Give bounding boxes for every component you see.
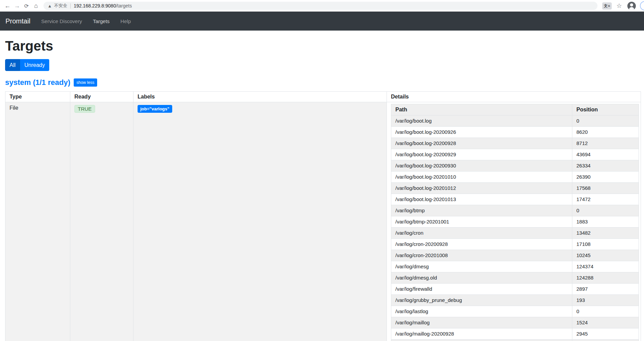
target-labels-cell: job="varlogs" [133, 102, 387, 341]
path-cell: /var/log/firewalld [391, 284, 572, 295]
details-row: /var/log/firewalld2897 [391, 284, 639, 295]
job-section-title: system (1/1 ready) [5, 78, 70, 87]
brand-promtail[interactable]: Promtail [5, 17, 30, 25]
job-label-badge: job="varlogs" [138, 105, 172, 113]
show-less-button[interactable]: show less [74, 78, 97, 87]
position-cell: 124288 [572, 272, 639, 284]
details-row: /var/log/grubby_prune_debug193 [391, 295, 639, 306]
url-path: /targets [116, 3, 132, 8]
back-icon[interactable]: ← [3, 1, 12, 11]
position-cell: 2945 [572, 328, 639, 340]
details-row: /var/log/boot.log-2020101026390 [391, 172, 639, 183]
col-header-details: Details [387, 92, 641, 102]
url-text: 192.168.229.8:9080/targets [74, 3, 132, 8]
position-cell [572, 340, 639, 341]
position-cell: 124374 [572, 261, 639, 272]
url-host: 192.168.229.8:9080 [74, 3, 116, 8]
path-cell: /var/log/btmp-20201001 [391, 216, 572, 228]
job-section-header: system (1/1 ready) show less [5, 78, 639, 87]
profile-ring-icon[interactable] [640, 1, 644, 11]
details-row: /var/log/boot.log-2020093026334 [391, 160, 639, 172]
not-secure-warning-icon: ▲ [48, 3, 52, 8]
target-details-cell: Path Position /var/log/boot.log0/var/log… [387, 102, 641, 341]
details-row-partial [391, 340, 639, 341]
details-header-row: Path Position [391, 104, 639, 115]
app-navbar: Promtail Service Discovery Targets Help [0, 12, 644, 31]
details-row: /var/log/dmesg124374 [391, 261, 639, 272]
details-row: /var/log/boot.log-2020101317472 [391, 194, 639, 205]
translate-icon[interactable]: 文G [602, 2, 612, 10]
page-content: Targets All Unready system (1/1 ready) s… [0, 38, 644, 341]
path-cell: /var/log/boot.log-20200929 [391, 149, 572, 160]
col-header-path: Path [391, 104, 572, 115]
path-cell: /var/log/boot.log-20201012 [391, 183, 572, 194]
path-cell: /var/log/dmesg.old [391, 272, 572, 284]
details-row: /var/log/maillog1524 [391, 317, 639, 328]
browser-toolbar: ← → ⟳ ⌂ ▲ 不安全 192.168.229.8:9080/targets… [0, 0, 644, 12]
details-row: /var/log/boot.log-202009268620 [391, 127, 639, 138]
profile-avatar-icon[interactable] [627, 2, 636, 10]
path-cell: /var/log/boot.log-20200928 [391, 138, 572, 149]
nav-link-targets[interactable]: Targets [87, 16, 115, 27]
address-bar[interactable]: ▲ 不安全 192.168.229.8:9080/targets [43, 2, 597, 10]
ready-status-badge: TRUE [74, 105, 95, 113]
position-cell: 1524 [572, 317, 639, 328]
filter-all-button[interactable]: All [5, 59, 20, 71]
details-row: /var/log/btmp-202010011883 [391, 216, 639, 228]
path-cell: /var/log/boot.log-20200926 [391, 127, 572, 138]
path-cell: /var/log/grubby_prune_debug [391, 295, 572, 306]
filter-button-group: All Unready [5, 59, 49, 71]
path-cell: /var/log/lastlog [391, 306, 572, 317]
details-row: /var/log/boot.log0 [391, 115, 639, 127]
col-header-ready: Ready [70, 92, 133, 102]
target-row: File TRUE job="varlogs" Path [5, 102, 641, 341]
nav-link-help[interactable]: Help [115, 16, 137, 27]
path-cell: /var/log/boot.log-20200930 [391, 160, 572, 172]
reload-icon[interactable]: ⟳ [22, 1, 31, 11]
position-cell: 1883 [572, 216, 639, 228]
position-cell: 13482 [572, 228, 639, 239]
path-cell: /var/log/cron-20200928 [391, 239, 572, 250]
security-label[interactable]: 不安全 [54, 3, 67, 9]
bookmark-star-icon[interactable]: ☆ [616, 2, 622, 10]
details-row: /var/log/cron13482 [391, 228, 639, 239]
details-row: /var/log/maillog-202009282945 [391, 328, 639, 340]
path-cell [391, 340, 572, 341]
position-cell: 26334 [572, 160, 639, 172]
path-cell: /var/log/dmesg [391, 261, 572, 272]
avatar-head [630, 3, 633, 6]
page-title: Targets [5, 38, 639, 54]
path-cell: /var/log/maillog [391, 317, 572, 328]
omnibox-divider [70, 3, 71, 8]
forward-icon[interactable]: → [12, 1, 22, 11]
targets-table-header-row: Type Ready Labels Details [5, 92, 641, 102]
home-icon[interactable]: ⌂ [31, 1, 41, 11]
position-cell: 17108 [572, 239, 639, 250]
path-cell: /var/log/boot.log-20201010 [391, 172, 572, 183]
nav-link-service-discovery[interactable]: Service Discovery [36, 16, 87, 27]
details-row: /var/log/boot.log-2020092943694 [391, 149, 639, 160]
position-cell: 0 [572, 306, 639, 317]
avatar-torso [629, 7, 634, 10]
target-ready-cell: TRUE [70, 102, 133, 341]
col-header-labels: Labels [133, 92, 387, 102]
details-row: /var/log/btmp0 [391, 205, 639, 216]
screen: ← → ⟳ ⌂ ▲ 不安全 192.168.229.8:9080/targets… [0, 0, 644, 341]
translate-glyph-sub: G [608, 4, 610, 7]
position-cell: 0 [572, 205, 639, 216]
details-row: /var/log/boot.log-2020101217568 [391, 183, 639, 194]
translate-glyph: 文 [604, 3, 608, 8]
position-cell: 193 [572, 295, 639, 306]
details-row: /var/log/boot.log-202009288712 [391, 138, 639, 149]
position-cell: 2897 [572, 284, 639, 295]
path-cell: /var/log/cron [391, 228, 572, 239]
path-cell: /var/log/btmp [391, 205, 572, 216]
filter-unready-button[interactable]: Unready [20, 59, 49, 71]
path-cell: /var/log/maillog-20200928 [391, 328, 572, 340]
target-type-cell: File [5, 102, 70, 341]
path-cell: /var/log/boot.log [391, 115, 572, 127]
targets-table: Type Ready Labels Details File TRUE job=… [5, 91, 641, 341]
path-cell: /var/log/boot.log-20201013 [391, 194, 572, 205]
details-row: /var/log/cron-2020092817108 [391, 239, 639, 250]
position-cell: 8712 [572, 138, 639, 149]
